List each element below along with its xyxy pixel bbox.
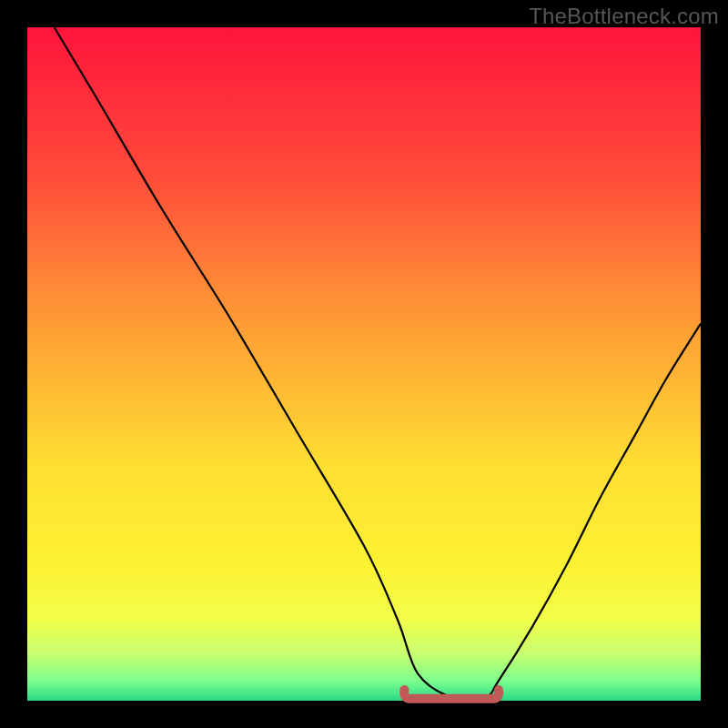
watermark-text: TheBottleneck.com: [529, 4, 719, 29]
plot-background: [27, 27, 701, 701]
bottleneck-chart: [0, 0, 728, 728]
chart-frame: TheBottleneck.com: [0, 0, 728, 728]
